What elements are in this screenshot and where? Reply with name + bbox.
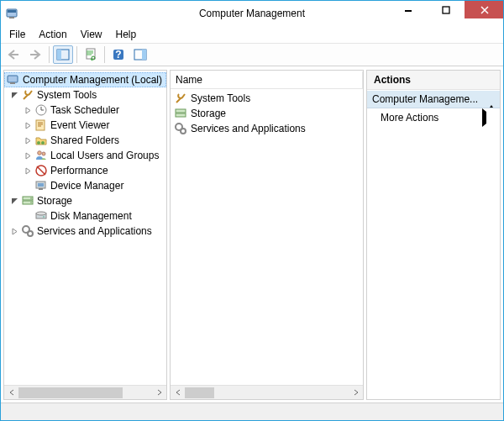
svg-rect-12 [142, 50, 146, 60]
expander-closed-icon[interactable] [21, 167, 34, 175]
list-header[interactable]: Name [171, 71, 363, 89]
svg-rect-13 [8, 76, 18, 82]
svg-point-37 [181, 129, 186, 134]
menu-view[interactable]: View [74, 27, 109, 42]
console-tree[interactable]: Computer Management (Local) System Tools [4, 71, 166, 240]
app-icon [4, 5, 21, 22]
users-icon [34, 149, 48, 162]
expander-open-icon[interactable] [8, 197, 21, 205]
list-item-system-tools[interactable]: System Tools [171, 91, 363, 106]
svg-text:?: ? [115, 49, 121, 61]
services-icon [174, 122, 187, 135]
title-bar: Computer Management [1, 1, 503, 26]
toolbar-separator [49, 46, 50, 63]
list-item-label: System Tools [191, 92, 250, 104]
tree-label: Local Users and Groups [50, 150, 159, 161]
tools-icon [21, 88, 34, 102]
device-manager-icon [34, 179, 48, 192]
tree-root[interactable]: Computer Management (Local) [4, 72, 166, 87]
toolbar-separator [76, 46, 77, 63]
tree-event-viewer[interactable]: Event Viewer [4, 118, 166, 133]
actions-item-label: More Actions [381, 112, 438, 124]
expander-closed-icon[interactable] [21, 152, 34, 160]
scroll-left-arrow[interactable] [171, 386, 185, 400]
scroll-track[interactable] [18, 386, 152, 400]
svg-rect-14 [10, 82, 15, 84]
tree-system-tools[interactable]: System Tools [4, 87, 166, 103]
scroll-track[interactable] [185, 386, 349, 400]
tree-task-scheduler[interactable]: Task Scheduler [4, 103, 166, 118]
svg-rect-2 [9, 17, 14, 18]
tree-disk-management[interactable]: Disk Management [4, 208, 166, 224]
actions-group-title: Computer Manageme... [372, 93, 478, 105]
menu-bar: File Action View Help [1, 26, 503, 43]
status-bar [1, 403, 503, 420]
toolbar: ? [1, 43, 503, 66]
svg-point-33 [28, 231, 33, 236]
tree-label: Computer Management (Local) [23, 74, 162, 86]
column-header-name[interactable]: Name [171, 71, 363, 88]
tree-shared-folders[interactable]: Shared Folders [4, 133, 166, 148]
show-hide-tree-button[interactable] [53, 45, 73, 64]
computer-management-icon [7, 73, 20, 87]
tree-label: Device Manager [50, 180, 123, 192]
actions-pane-header: Actions [367, 71, 500, 90]
actions-group-header[interactable]: Computer Manageme... [367, 90, 500, 108]
collapse-icon[interactable] [488, 93, 495, 105]
storage-icon [21, 194, 34, 208]
console-tree-pane: Computer Management (Local) System Tools [3, 70, 167, 400]
svg-point-18 [41, 141, 45, 145]
expander-closed-icon[interactable] [21, 137, 34, 145]
submenu-arrow-icon [482, 112, 486, 124]
tree-label: Task Scheduler [50, 104, 119, 116]
performance-icon [34, 164, 48, 177]
center-h-scrollbar[interactable] [171, 385, 363, 399]
expander-closed-icon[interactable] [21, 122, 34, 129]
tree-device-manager[interactable]: Device Manager [4, 178, 166, 193]
close-button[interactable] [465, 1, 503, 18]
nav-back-button[interactable] [3, 45, 24, 64]
list-item-services-apps[interactable]: Services and Applications [171, 121, 363, 136]
help-button[interactable]: ? [108, 45, 129, 64]
expander-closed-icon[interactable] [21, 107, 34, 114]
svg-point-19 [38, 151, 42, 155]
minimize-button[interactable] [389, 1, 427, 18]
disk-icon [34, 209, 48, 223]
caption-buttons [389, 1, 503, 26]
svg-rect-35 [176, 113, 186, 117]
list-item-label: Storage [191, 108, 226, 119]
maximize-button[interactable] [427, 1, 465, 18]
scroll-left-arrow[interactable] [4, 386, 18, 400]
svg-rect-6 [57, 50, 61, 60]
svg-rect-3 [405, 10, 412, 12]
properties-button[interactable] [81, 45, 101, 64]
svg-point-30 [36, 212, 46, 215]
tree-label: Services and Applications [37, 225, 152, 237]
expander-open-icon[interactable] [8, 92, 21, 99]
svg-rect-7 [87, 49, 95, 59]
main-area: Computer Management (Local) System Tools [1, 66, 503, 403]
svg-point-31 [43, 216, 45, 218]
left-h-scrollbar[interactable] [4, 385, 166, 399]
actions-pane: Actions Computer Manageme... More Action… [366, 70, 501, 400]
window: Computer Management File Action View Hel… [0, 0, 504, 421]
actions-more-actions[interactable]: More Actions [367, 108, 500, 127]
list-body[interactable]: System Tools Storage Services and Applic… [171, 89, 363, 138]
menu-file[interactable]: File [3, 27, 32, 42]
tree-local-users-groups[interactable]: Local Users and Groups [4, 148, 166, 163]
tree-services-apps[interactable]: Services and Applications [4, 224, 166, 239]
scroll-right-arrow[interactable] [152, 386, 166, 400]
show-hide-action-pane-button[interactable] [130, 45, 150, 64]
menu-help[interactable]: Help [109, 27, 144, 42]
menu-action[interactable]: Action [32, 27, 73, 42]
scroll-right-arrow[interactable] [349, 386, 363, 400]
clock-icon [34, 103, 48, 117]
tree-storage[interactable]: Storage [4, 193, 166, 208]
tree-performance[interactable]: Performance [4, 163, 166, 178]
tree-label: Storage [37, 195, 72, 207]
nav-forward-button[interactable] [25, 45, 45, 64]
tree-label: System Tools [37, 89, 97, 101]
list-item-storage[interactable]: Storage [171, 106, 363, 121]
svg-point-28 [30, 202, 32, 203]
expander-closed-icon[interactable] [8, 228, 21, 235]
